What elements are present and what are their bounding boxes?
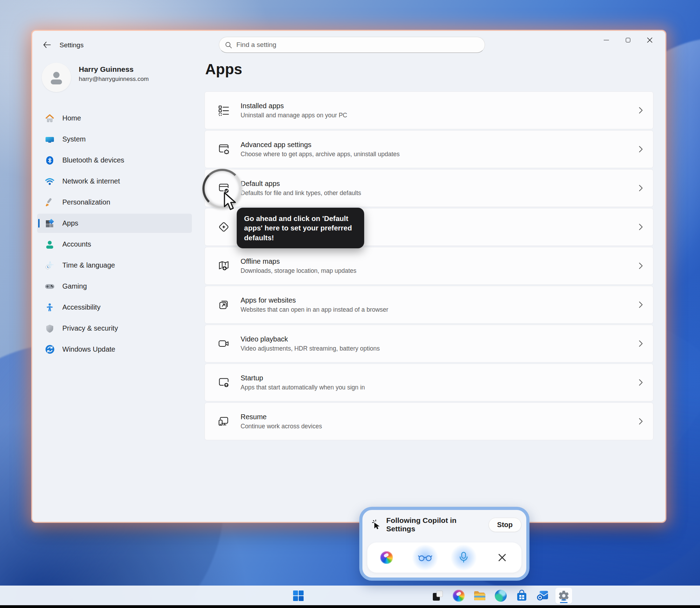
window-controls	[595, 32, 660, 48]
squares-app-icon	[432, 590, 444, 602]
row-resume[interactable]: ResumeContinue work across devices	[205, 402, 653, 440]
accessibility-person-icon	[45, 303, 55, 312]
copilot-follow-bar: Following Copilot in Settings Stop	[359, 507, 529, 581]
chevron-right-icon	[638, 378, 643, 387]
sidebar-item-label: Apps	[62, 219, 78, 227]
resume-icon	[217, 414, 231, 428]
close-button[interactable]	[639, 32, 660, 48]
startup-icon	[217, 375, 231, 389]
privacy-shield-icon	[45, 324, 55, 333]
taskbar-app-copilot[interactable]	[450, 588, 467, 604]
row-title: Installed apps	[241, 102, 347, 110]
sidebar-item-system[interactable]: System	[37, 130, 192, 149]
glasses-icon[interactable]	[416, 548, 434, 567]
start-button[interactable]	[290, 588, 307, 604]
close-icon[interactable]	[493, 548, 511, 567]
stop-button[interactable]: Stop	[488, 518, 521, 532]
home-icon	[45, 113, 55, 123]
sidebar-item-gaming[interactable]: Gaming	[37, 277, 192, 296]
taskbar-app-file-explorer[interactable]	[471, 588, 488, 604]
microphone-icon[interactable]	[455, 548, 473, 567]
apps-for-websites-icon	[217, 298, 231, 312]
sidebar-item-personalization[interactable]: Personalization	[37, 193, 192, 212]
sidebar-item-label: Accessibility	[62, 303, 101, 311]
advanced-app-settings-icon	[217, 142, 231, 156]
accounts-person-icon	[45, 240, 55, 249]
network-wifi-icon	[45, 177, 55, 186]
copilot-toolbar	[367, 543, 521, 573]
sidebar-item-network[interactable]: Network & internet	[37, 172, 192, 191]
sidebar-item-time-language[interactable]: Time & language	[37, 256, 192, 275]
row-startup[interactable]: StartupApps that start automatically whe…	[205, 364, 653, 401]
find-setting-searchbox[interactable]	[219, 37, 485, 53]
row-advanced-app-settings[interactable]: Advanced app settingsChoose where to get…	[205, 130, 653, 168]
folder-icon	[473, 590, 486, 601]
screen-edge	[0, 605, 700, 608]
personalization-brush-icon	[45, 198, 55, 207]
windows-update-icon	[45, 345, 55, 354]
sidebar-item-privacy-security[interactable]: Privacy & security	[37, 319, 192, 338]
sidebar-item-label: Privacy & security	[62, 324, 118, 332]
person-icon	[48, 69, 64, 85]
profile-name: Harry Guinness	[79, 65, 133, 74]
outlook-icon	[537, 590, 549, 601]
row-title: Advanced app settings	[241, 141, 400, 149]
chevron-right-icon	[638, 223, 643, 231]
sidebar-nav: Home System Bluetooth & devices Network …	[37, 109, 192, 359]
sidebar-item-accessibility[interactable]: Accessibility	[37, 298, 192, 317]
taskbar-app-store[interactable]	[513, 588, 530, 604]
row-apps-for-websites[interactable]: Apps for websitesWebsites that can open …	[205, 286, 653, 324]
row-subtitle: Uninstall and manage apps on your PC	[241, 112, 347, 119]
chevron-right-icon	[638, 417, 643, 426]
installed-apps-icon	[217, 103, 231, 117]
back-arrow-icon	[43, 42, 51, 48]
sidebar-item-home[interactable]: Home	[37, 109, 192, 128]
sidebar-item-apps[interactable]: Apps	[37, 214, 192, 233]
copilot-logo-icon[interactable]	[377, 548, 396, 567]
back-button[interactable]	[40, 38, 54, 52]
sidebar-item-label: Windows Update	[62, 345, 115, 353]
taskbar-app-settings[interactable]	[555, 588, 572, 604]
row-default-apps[interactable]: Default appsDefaults for file and link t…	[205, 169, 653, 207]
row-video-playback[interactable]: Video playbackVideo adjustments, HDR str…	[205, 325, 653, 362]
row-title: Apps for websites	[241, 296, 388, 304]
settings-window: Settings Harry Guinness harry@harryguinn…	[32, 31, 665, 522]
windows-logo-icon	[292, 590, 304, 602]
gaming-gamepad-icon	[45, 282, 55, 291]
row-offline-maps[interactable]: Offline mapsDownloads, storage location,…	[205, 247, 653, 285]
chevron-right-icon	[638, 184, 643, 192]
window-title: Settings	[60, 41, 84, 49]
sparkle-cursor-icon	[372, 519, 381, 530]
search-input[interactable]	[236, 41, 479, 49]
settings-gear-icon	[558, 590, 570, 602]
edge-logo-icon	[495, 590, 507, 602]
row-subtitle: Video adjustments, HDR streaming, batter…	[241, 345, 380, 352]
page-title: Apps	[205, 61, 242, 78]
avatar[interactable]	[42, 63, 71, 92]
row-installed-apps[interactable]: Installed appsUninstall and manage apps …	[205, 91, 653, 129]
store-bag-icon	[516, 590, 527, 602]
cursor-arrow-icon	[223, 192, 239, 212]
sidebar-item-label: Network & internet	[62, 177, 120, 185]
chevron-right-icon	[638, 262, 643, 270]
search-icon	[225, 41, 232, 49]
chevron-right-icon	[638, 106, 643, 115]
sidebar-item-label: Gaming	[62, 282, 87, 290]
settings-list: Installed appsUninstall and manage apps …	[205, 91, 653, 440]
copilot-logo-icon	[453, 590, 465, 602]
sidebar-item-label: Accounts	[62, 240, 91, 248]
taskbar-app-outlook[interactable]	[534, 588, 551, 604]
sidebar-item-bluetooth[interactable]: Bluetooth & devices	[37, 151, 192, 170]
sidebar-item-accounts[interactable]: Accounts	[37, 235, 192, 254]
row-subtitle: Defaults for file and link types, other …	[241, 189, 361, 197]
minimize-button[interactable]	[595, 32, 617, 48]
bluetooth-icon	[45, 156, 55, 165]
offline-maps-icon	[217, 259, 231, 273]
taskbar-app-snip[interactable]	[429, 588, 446, 604]
maximize-button[interactable]	[617, 32, 639, 48]
sidebar-item-windows-update[interactable]: Windows Update	[37, 340, 192, 359]
copilot-status-text: Following Copilot in Settings	[386, 516, 484, 533]
taskbar-app-edge[interactable]	[492, 588, 509, 604]
video-playback-icon	[217, 337, 231, 351]
row-subtitle: Downloads, storage location, map updates	[241, 267, 356, 275]
